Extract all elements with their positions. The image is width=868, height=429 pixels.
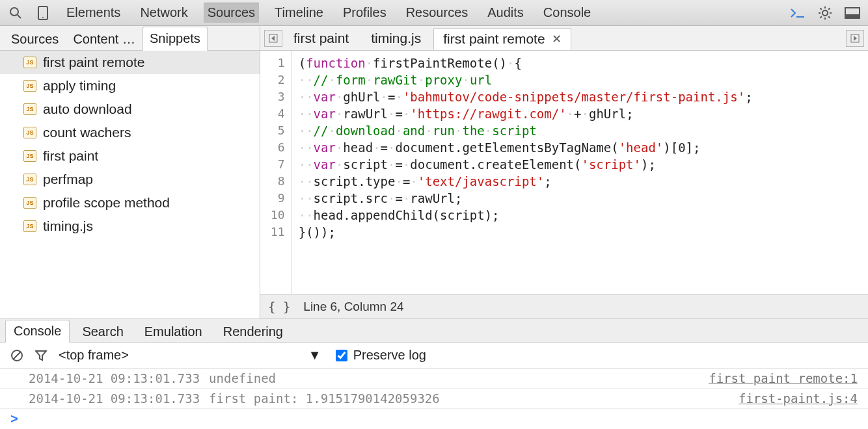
settings-gear-icon[interactable]	[817, 6, 833, 20]
svg-line-21	[13, 352, 21, 359]
snippet-label: profile scope method	[43, 195, 170, 211]
svg-line-13	[821, 16, 822, 18]
log-timestamp: 2014-10-21 09:13:01.733	[29, 391, 200, 406]
js-file-icon: JS	[23, 57, 36, 68]
svg-line-11	[828, 16, 830, 18]
snippet-item[interactable]: JSprofile scope method	[0, 191, 260, 214]
dock-side-icon[interactable]	[845, 7, 860, 19]
js-file-icon: JS	[23, 103, 36, 115]
snippet-label: apply timing	[43, 78, 116, 94]
js-file-icon: JS	[23, 220, 36, 232]
svg-rect-15	[845, 14, 860, 18]
svg-marker-22	[36, 351, 46, 360]
snippet-item[interactable]: JSfirst paint remote	[0, 51, 260, 74]
file-tab-label: first paint	[293, 31, 349, 46]
drawer-tab-console[interactable]: Console	[5, 320, 70, 343]
open-file-tabs: first painttiming.jsfirst paint remote✕	[260, 26, 868, 50]
svg-line-1	[18, 15, 21, 18]
snippet-label: count wachers	[43, 125, 131, 140]
console-output: 2014-10-21 09:13:01.733undefinedfirst pa…	[0, 369, 868, 409]
main-tab-timeline[interactable]: Timeline	[271, 3, 327, 23]
console-line: 2014-10-21 09:13:01.733undefinedfirst pa…	[0, 369, 868, 389]
console-line: 2014-10-21 09:13:01.733first paint: 1.91…	[0, 389, 868, 409]
main-tab-console[interactable]: Console	[539, 3, 595, 23]
log-timestamp: 2014-10-21 09:13:01.733	[29, 371, 200, 385]
clear-console-icon[interactable]	[10, 349, 23, 362]
navigator-tab-0[interactable]: Sources	[4, 27, 66, 51]
svg-line-12	[828, 8, 830, 9]
snippet-label: timing.js	[43, 218, 93, 234]
log-message: undefined	[209, 371, 709, 385]
file-tab-label: first paint remote	[443, 31, 545, 47]
js-file-icon: JS	[23, 150, 36, 162]
main-tab-network[interactable]: Network	[136, 3, 191, 23]
snippets-list: JSfirst paint remoteJSapply timingJSauto…	[0, 51, 260, 318]
snippet-item[interactable]: JSperfmap	[0, 168, 260, 191]
code-scroll[interactable]: 1234567891011 (function·firstPaintRemote…	[260, 51, 868, 294]
console-toolbar: <top frame> ▼ Preserve log	[0, 343, 868, 369]
search-icon[interactable]	[8, 6, 23, 20]
cursor-position: Line 6, Column 24	[303, 300, 403, 314]
preserve-log-checkbox[interactable]: Preserve log	[333, 348, 426, 363]
devtools-tabbar: ElementsNetworkSourcesTimelineProfilesRe…	[0, 0, 868, 26]
svg-point-0	[10, 8, 18, 16]
svg-marker-19	[854, 36, 857, 41]
snippet-label: auto download	[43, 101, 132, 117]
drawer-tab-search[interactable]: Search	[74, 320, 131, 343]
navigator-tab-1[interactable]: Content …	[66, 27, 142, 51]
snippet-label: first paint	[43, 148, 98, 164]
svg-line-10	[821, 8, 822, 9]
line-gutter: 1234567891011	[260, 51, 292, 294]
snippet-item[interactable]: JStiming.js	[0, 214, 260, 238]
navigator-tabs: SourcesContent …Snippets	[0, 26, 260, 50]
preserve-log-label: Preserve log	[353, 348, 426, 363]
file-tab-2[interactable]: first paint remote✕	[433, 28, 571, 50]
svg-point-3	[42, 17, 44, 18]
main-tab-elements[interactable]: Elements	[62, 3, 124, 23]
secondary-bar: SourcesContent …Snippets first painttimi…	[0, 26, 868, 51]
svg-point-5	[822, 10, 828, 16]
snippet-item[interactable]: JSfirst paint	[0, 144, 260, 168]
sources-panel: JSfirst paint remoteJSapply timingJSauto…	[0, 51, 868, 319]
preserve-log-input[interactable]	[336, 350, 347, 361]
js-file-icon: JS	[23, 80, 36, 92]
main-tab-profiles[interactable]: Profiles	[339, 3, 390, 23]
snippet-item[interactable]: JScount wachers	[0, 121, 260, 144]
snippet-label: first paint remote	[43, 55, 144, 70]
editor-status-bar: { } Line 6, Column 24	[260, 294, 868, 318]
file-tab-0[interactable]: first paint	[284, 27, 359, 49]
file-tab-1[interactable]: timing.js	[361, 27, 431, 49]
drawer-tab-rendering[interactable]: Rendering	[215, 320, 292, 343]
drawer-tab-emulation[interactable]: Emulation	[136, 320, 211, 343]
js-file-icon: JS	[23, 127, 36, 138]
filter-icon[interactable]	[35, 350, 47, 361]
nav-back-icon[interactable]	[264, 30, 282, 47]
snippet-item[interactable]: JSapply timing	[0, 74, 260, 98]
close-icon[interactable]: ✕	[552, 32, 562, 46]
log-message: first paint: 1.9151790142059326	[209, 391, 739, 406]
main-tab-sources[interactable]: Sources	[204, 3, 259, 23]
frame-label: <top frame>	[59, 348, 129, 363]
log-source-link[interactable]: first paint remote:1	[709, 371, 858, 385]
chevron-down-icon: ▼	[308, 348, 321, 363]
snippet-label: perfmap	[43, 172, 93, 187]
snippet-item[interactable]: JSauto download	[0, 98, 260, 121]
file-tab-label: timing.js	[371, 31, 421, 46]
js-file-icon: JS	[23, 174, 36, 185]
log-source-link[interactable]: first-paint.js:4	[739, 391, 858, 406]
console-prompt[interactable]: >	[0, 409, 868, 429]
main-tab-resources[interactable]: Resources	[402, 3, 472, 23]
code-editor: 1234567891011 (function·firstPaintRemote…	[260, 51, 868, 318]
show-console-icon[interactable]	[790, 8, 806, 18]
device-mode-icon[interactable]	[35, 6, 51, 20]
nav-forward-icon[interactable]	[846, 30, 864, 47]
svg-marker-17	[271, 36, 275, 41]
main-tabs-container: ElementsNetworkSourcesTimelineProfilesRe…	[62, 3, 595, 23]
pretty-print-icon[interactable]: { }	[268, 300, 290, 314]
drawer-tabs: ConsoleSearchEmulationRendering	[0, 319, 868, 343]
main-tab-audits[interactable]: Audits	[483, 3, 528, 23]
execution-context-selector[interactable]: <top frame> ▼	[59, 348, 321, 363]
navigator-tab-2[interactable]: Snippets	[142, 27, 208, 51]
code-content[interactable]: (function·firstPaintRemote()·{··//·form·…	[292, 51, 759, 294]
js-file-icon: JS	[23, 197, 36, 209]
